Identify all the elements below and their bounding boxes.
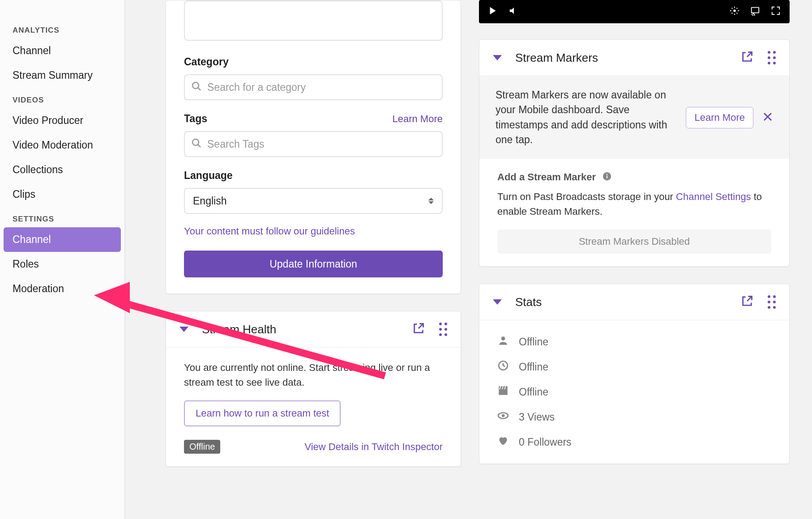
sidebar-item-collections[interactable]: Collections: [0, 157, 124, 182]
banner-learn-more-button[interactable]: Learn More: [686, 107, 753, 128]
search-icon: [191, 138, 202, 150]
sidebar-heading-analytics: ANALYTICS: [0, 18, 124, 38]
popout-icon[interactable]: [741, 295, 753, 309]
chevron-down-icon[interactable]: [493, 299, 502, 305]
stats-title: Stats: [515, 295, 741, 309]
clock-icon: [497, 360, 509, 374]
search-icon: [191, 81, 202, 94]
person-icon: [497, 335, 509, 349]
chevron-down-icon[interactable]: [493, 55, 502, 60]
gear-icon[interactable]: [730, 6, 739, 17]
stream-info-card: Category Tags Learn More: [166, 0, 461, 294]
svg-line-1: [198, 88, 201, 90]
svg-marker-4: [490, 7, 496, 15]
sidebar-item-video-producer[interactable]: Video Producer: [0, 108, 124, 133]
drag-handle-icon[interactable]: [768, 51, 776, 64]
svg-point-21: [502, 414, 505, 417]
tags-input[interactable]: [202, 138, 436, 150]
select-caret-icon: [428, 198, 434, 204]
language-select[interactable]: English: [184, 188, 443, 214]
drag-handle-icon[interactable]: [768, 295, 776, 309]
stats-row-clapper: Offline: [497, 379, 771, 404]
chevron-down-icon[interactable]: [179, 327, 188, 332]
stats-row-viewers: Offline: [497, 329, 771, 354]
eye-icon: [497, 410, 509, 424]
channel-settings-link[interactable]: Channel Settings: [676, 191, 751, 202]
add-marker-title: Add a Stream Marker: [497, 171, 596, 183]
stream-markers-card: Stream Markers Stream Markers are now av…: [479, 39, 790, 267]
close-icon[interactable]: [762, 111, 773, 124]
stream-health-card: Stream Health You are currently not onli…: [166, 311, 461, 467]
tags-search[interactable]: [184, 131, 443, 157]
sidebar-item-stream-summary[interactable]: Stream Summary: [0, 63, 124, 88]
category-search[interactable]: [184, 74, 443, 100]
sidebar-item-channel-settings[interactable]: Channel: [4, 227, 121, 252]
svg-point-2: [192, 139, 199, 145]
stats-card: Stats Offline: [479, 284, 790, 464]
sidebar-heading-settings: SETTINGS: [0, 207, 124, 227]
category-input[interactable]: [202, 81, 436, 94]
tags-learn-more-link[interactable]: Learn More: [392, 113, 443, 125]
sidebar-item-moderation[interactable]: Moderation: [0, 277, 124, 301]
stream-markers-banner: Stream Markers are now available on your…: [479, 76, 789, 159]
language-label: Language: [184, 170, 443, 182]
marker-help-text: Turn on Past Broadcasts storage in your …: [497, 189, 771, 219]
info-icon[interactable]: [602, 171, 612, 183]
svg-point-0: [192, 82, 199, 89]
stream-health-text: You are currently not online. Start stre…: [184, 360, 443, 390]
title-input-placeholder[interactable]: [184, 0, 443, 41]
popout-icon[interactable]: [412, 322, 425, 336]
language-value: English: [193, 195, 227, 207]
category-label: Category: [184, 56, 443, 68]
video-player-controls: [479, 0, 790, 23]
learn-stream-test-button[interactable]: Learn how to run a stream test: [184, 400, 341, 426]
popout-icon[interactable]: [741, 51, 753, 65]
svg-marker-5: [510, 8, 514, 14]
stats-row-duration: Offline: [497, 354, 771, 379]
heart-icon: [497, 435, 509, 449]
clapperboard-icon: [497, 385, 509, 399]
svg-point-12: [607, 174, 607, 175]
svg-point-6: [733, 9, 736, 12]
stats-row-views: 3 Views: [497, 404, 771, 430]
sidebar-item-roles[interactable]: Roles: [0, 252, 124, 277]
twitch-inspector-link[interactable]: View Details in Twitch Inspector: [304, 441, 443, 453]
drag-handle-icon[interactable]: [439, 323, 447, 336]
svg-rect-11: [607, 176, 607, 179]
sidebar-item-clips[interactable]: Clips: [0, 182, 124, 207]
offline-badge: Offline: [184, 440, 220, 454]
update-information-button[interactable]: Update Information: [184, 251, 443, 277]
cast-icon[interactable]: [750, 6, 760, 17]
svg-rect-7: [752, 8, 759, 13]
fullscreen-icon[interactable]: [771, 6, 781, 17]
stream-markers-title: Stream Markers: [515, 51, 741, 65]
stream-markers-disabled-button: Stream Markers Disabled: [497, 230, 771, 254]
svg-line-3: [198, 145, 201, 147]
stats-row-followers: 0 Followers: [497, 430, 771, 455]
stream-health-title: Stream Health: [202, 323, 412, 336]
svg-rect-15: [499, 389, 508, 395]
sidebar-item-video-moderation[interactable]: Video Moderation: [0, 133, 124, 157]
sidebar: ANALYTICS Channel Stream Summary VIDEOS …: [0, 0, 125, 519]
volume-icon[interactable]: [509, 6, 518, 17]
play-icon[interactable]: [488, 6, 498, 17]
sidebar-item-channel-analytics[interactable]: Channel: [0, 38, 124, 63]
tags-label: Tags: [184, 113, 207, 125]
guidelines-link[interactable]: Your content must follow our guidelines: [184, 225, 443, 237]
svg-point-13: [501, 337, 505, 341]
sidebar-heading-videos: VIDEOS: [0, 88, 124, 108]
banner-text: Stream Markers are now available on your…: [496, 88, 677, 147]
